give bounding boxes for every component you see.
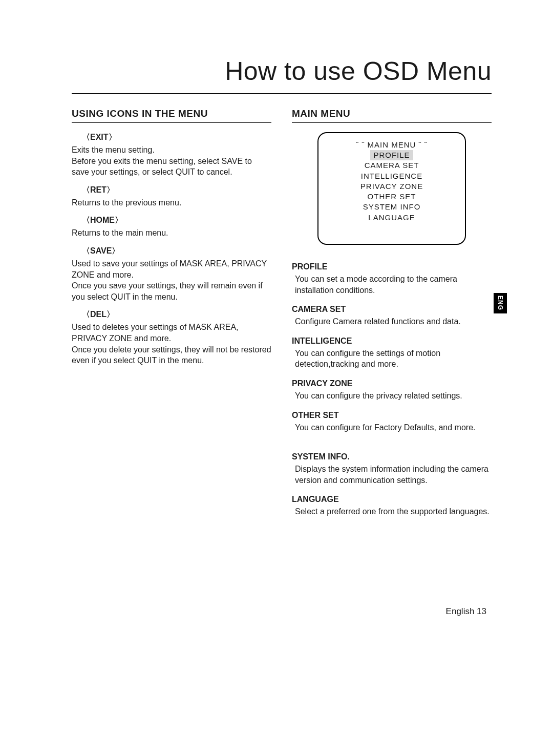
right-column: MAIN MENU ˆ ˆ MAIN MENU ˆ ˆ PROFILE CAME… — [292, 108, 492, 519]
columns: USING ICONS IN THE MENU 〈EXIT〉 Exits the… — [72, 108, 492, 519]
osd-menu-box: ˆ ˆ MAIN MENU ˆ ˆ PROFILE CAMERA SET INT… — [317, 132, 466, 245]
item-desc-exit: Exits the menu setting.Before you exits … — [72, 144, 271, 178]
osd-menu-item: LANGUAGE — [324, 213, 460, 223]
main-item-desc-language: Select a preferred one from the supporte… — [292, 506, 492, 517]
language-tab: ENG — [494, 293, 507, 313]
left-column: USING ICONS IN THE MENU 〈EXIT〉 Exits the… — [72, 108, 271, 519]
page-content: How to use OSD Menu USING ICONS IN THE M… — [72, 56, 492, 519]
main-item-desc-other: You can configure for Factory Defaults, … — [292, 422, 492, 433]
main-item-desc-camera: Configure Camera related functions and d… — [292, 316, 492, 327]
item-label-home: 〈HOME〉 — [72, 215, 271, 226]
page-footer: English 13 — [446, 606, 486, 617]
item-label-del: 〈DEL〉 — [72, 309, 271, 320]
osd-menu-item: INTELLIGENCE — [324, 171, 460, 181]
osd-menu-item: OTHER SET — [324, 192, 460, 202]
main-item-desc-profile: You can set a mode according to the came… — [292, 274, 492, 296]
main-item-desc-sysinfo: Displays the system information includin… — [292, 464, 492, 486]
osd-menu-item-profile: PROFILE — [370, 150, 413, 160]
item-desc-home: Returns to the main menu. — [72, 227, 271, 239]
right-heading: MAIN MENU — [292, 108, 492, 123]
main-item-label-language: LANGUAGE — [292, 495, 492, 504]
page-title: How to use OSD Menu — [72, 56, 492, 94]
main-item-label-profile: PROFILE — [292, 262, 492, 271]
main-item-desc-intel: You can configure the settings of motion… — [292, 348, 492, 370]
item-label-exit: 〈EXIT〉 — [72, 132, 271, 143]
item-desc-ret: Returns to the previous menu. — [72, 197, 271, 208]
item-label-ret: 〈RET〉 — [72, 185, 271, 196]
main-item-desc-privacy: You can configure the privacy related se… — [292, 390, 492, 402]
item-desc-save: Used to save your settings of MASK AREA,… — [72, 258, 271, 302]
osd-menu-item: SYSTEM INFO — [324, 202, 460, 212]
main-item-label-intel: INTELLIGENCE — [292, 337, 492, 346]
main-item-label-camera: CAMERA SET — [292, 305, 492, 314]
main-item-label-sysinfo: SYSTEM INFO. — [292, 452, 492, 461]
osd-menu-item: CAMERA SET — [324, 160, 460, 171]
main-item-label-privacy: PRIVACY ZONE — [292, 379, 492, 388]
main-item-label-other: OTHER SET — [292, 411, 492, 420]
osd-menu-item: PRIVACY ZONE — [324, 181, 460, 192]
item-label-save: 〈SAVE〉 — [72, 246, 271, 257]
left-heading: USING ICONS IN THE MENU — [72, 108, 271, 123]
item-desc-del: Used to deletes your settings of MASK AR… — [72, 322, 271, 366]
osd-menu-title: ˆ ˆ MAIN MENU ˆ ˆ — [324, 140, 460, 149]
